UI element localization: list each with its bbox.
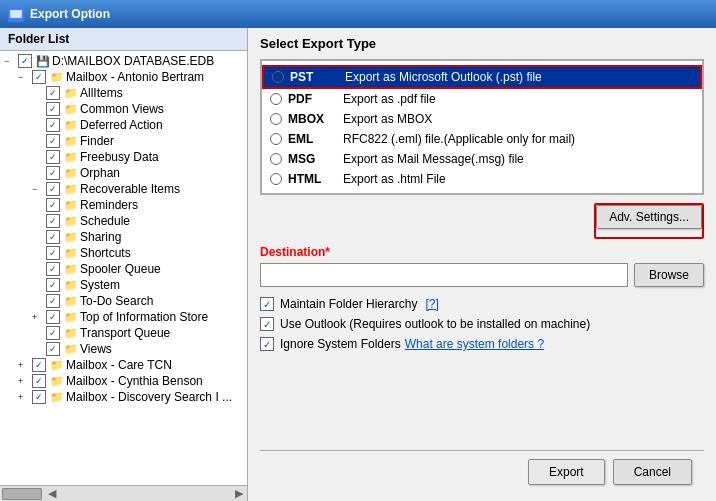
tree-checkbox[interactable] xyxy=(46,214,60,228)
ignore-system-checkbox[interactable] xyxy=(260,337,274,351)
export-type-name-msg: MSG xyxy=(288,152,343,166)
tree-expander[interactable]: + xyxy=(32,312,44,322)
scrollbar-thumb[interactable] xyxy=(2,488,42,500)
tree-checkbox[interactable] xyxy=(32,70,46,84)
tree-item[interactable]: +📁Mailbox - Care TCN xyxy=(0,357,247,373)
tree-checkbox[interactable] xyxy=(46,246,60,260)
tree-expander[interactable]: − xyxy=(32,184,44,194)
tree-expander[interactable]: + xyxy=(18,392,30,402)
folder-icon: 📁 xyxy=(64,279,78,292)
folder-icon: 📁 xyxy=(64,327,78,340)
tree-checkbox[interactable] xyxy=(32,374,46,388)
maintain-hierarchy-help[interactable]: [?] xyxy=(425,297,438,311)
folder-icon: 📁 xyxy=(64,87,78,100)
tree-checkbox[interactable] xyxy=(46,150,60,164)
folder-label: Mailbox - Cynthia Benson xyxy=(66,374,203,388)
svg-rect-1 xyxy=(10,10,22,18)
tree-checkbox[interactable] xyxy=(46,118,60,132)
tree-item[interactable]: 📁Orphan xyxy=(0,165,247,181)
folder-label: Reminders xyxy=(80,198,138,212)
folder-label: D:\MAILBOX DATABASE.EDB xyxy=(52,54,214,68)
tree-checkbox[interactable] xyxy=(46,310,60,324)
radio-mbox[interactable] xyxy=(270,113,282,125)
tree-item[interactable]: 📁Shortcuts xyxy=(0,245,247,261)
export-type-row-msg[interactable]: MSGExport as Mail Message(.msg) file xyxy=(262,149,702,169)
tree-item[interactable]: 📁To-Do Search xyxy=(0,293,247,309)
cancel-button[interactable]: Cancel xyxy=(613,459,692,485)
export-type-name-eml: EML xyxy=(288,132,343,146)
radio-msg[interactable] xyxy=(270,153,282,165)
tree-item[interactable]: 📁Finder xyxy=(0,133,247,149)
tree-item[interactable]: 📁Schedule xyxy=(0,213,247,229)
folder-label: Freebusy Data xyxy=(80,150,159,164)
folder-label: Top of Information Store xyxy=(80,310,208,324)
tree-checkbox[interactable] xyxy=(46,326,60,340)
tree-checkbox[interactable] xyxy=(46,86,60,100)
export-button[interactable]: Export xyxy=(528,459,605,485)
tree-item[interactable]: 📁Spooler Queue xyxy=(0,261,247,277)
tree-item[interactable]: 📁Common Views xyxy=(0,101,247,117)
folder-icon: 📁 xyxy=(50,359,64,372)
tree-item[interactable]: 📁Freebusy Data xyxy=(0,149,247,165)
tree-expander[interactable]: − xyxy=(4,56,16,66)
tree-checkbox[interactable] xyxy=(46,134,60,148)
tree-expander[interactable]: + xyxy=(18,376,30,386)
folder-label: Transport Queue xyxy=(80,326,170,340)
adv-settings-button[interactable]: Adv. Settings... xyxy=(596,205,702,229)
radio-eml[interactable] xyxy=(270,133,282,145)
export-type-row-pdf[interactable]: PDFExport as .pdf file xyxy=(262,89,702,109)
tree-checkbox[interactable] xyxy=(32,358,46,372)
tree-item[interactable]: −💾D:\MAILBOX DATABASE.EDB xyxy=(0,53,247,69)
tree-checkbox[interactable] xyxy=(18,54,32,68)
folder-label: AllItems xyxy=(80,86,123,100)
tree-checkbox[interactable] xyxy=(46,198,60,212)
tree-item[interactable]: −📁Recoverable Items xyxy=(0,181,247,197)
export-type-row-pst[interactable]: PSTExport as Microsoft Outlook (.pst) fi… xyxy=(262,65,702,89)
tree-item[interactable]: 📁System xyxy=(0,277,247,293)
tree-expander[interactable]: + xyxy=(18,360,30,370)
tree-checkbox[interactable] xyxy=(32,390,46,404)
tree-checkbox[interactable] xyxy=(46,166,60,180)
tree-item[interactable]: +📁Mailbox - Cynthia Benson xyxy=(0,373,247,389)
destination-row: Browse xyxy=(260,263,704,287)
radio-pdf[interactable] xyxy=(270,93,282,105)
tree-item[interactable]: 📁Reminders xyxy=(0,197,247,213)
tree-item[interactable]: 📁Views xyxy=(0,341,247,357)
export-type-name-pst: PST xyxy=(290,70,345,84)
maintain-hierarchy-checkbox[interactable] xyxy=(260,297,274,311)
tree-checkbox[interactable] xyxy=(46,262,60,276)
folder-icon: 📁 xyxy=(64,311,78,324)
tree-item[interactable]: 📁AllItems xyxy=(0,85,247,101)
browse-button[interactable]: Browse xyxy=(634,263,704,287)
system-folders-help[interactable]: What are system folders ? xyxy=(405,337,544,351)
tree-item[interactable]: +📁Mailbox - Discovery Search I ... xyxy=(0,389,247,405)
tree-checkbox[interactable] xyxy=(46,278,60,292)
tree-expander[interactable]: − xyxy=(18,72,30,82)
export-type-desc-pdf: Export as .pdf file xyxy=(343,92,694,106)
tree-item[interactable]: −📁Mailbox - Antonio Bertram xyxy=(0,69,247,85)
horizontal-scrollbar[interactable]: ◀ ▶ xyxy=(0,485,247,501)
tree-item[interactable]: 📁Sharing xyxy=(0,229,247,245)
destination-input[interactable] xyxy=(260,263,628,287)
right-panel: Select Export Type PSTExport as Microsof… xyxy=(248,28,716,501)
tree-checkbox[interactable] xyxy=(46,182,60,196)
tree-checkbox[interactable] xyxy=(46,102,60,116)
tree-checkbox[interactable] xyxy=(46,294,60,308)
radio-pst[interactable] xyxy=(272,71,284,83)
tree-item[interactable]: 📁Transport Queue xyxy=(0,325,247,341)
tree-checkbox[interactable] xyxy=(46,342,60,356)
tree-item[interactable]: +📁Top of Information Store xyxy=(0,309,247,325)
export-type-row-html[interactable]: HTMLExport as .html File xyxy=(262,169,702,189)
export-type-header: Select Export Type xyxy=(260,36,704,51)
export-type-row-mbox[interactable]: MBOXExport as MBOX xyxy=(262,109,702,129)
use-outlook-checkbox[interactable] xyxy=(260,317,274,331)
folder-icon: 📁 xyxy=(64,295,78,308)
tree-item[interactable]: 📁Deferred Action xyxy=(0,117,247,133)
tree-checkbox[interactable] xyxy=(46,230,60,244)
folder-icon: 📁 xyxy=(64,215,78,228)
folder-tree[interactable]: −💾D:\MAILBOX DATABASE.EDB−📁Mailbox - Ant… xyxy=(0,51,247,485)
export-type-row-eml[interactable]: EMLRFC822 (.eml) file.(Applicable only f… xyxy=(262,129,702,149)
radio-html[interactable] xyxy=(270,173,282,185)
bottom-bar: Export Cancel xyxy=(260,450,704,493)
folder-label: Recoverable Items xyxy=(80,182,180,196)
